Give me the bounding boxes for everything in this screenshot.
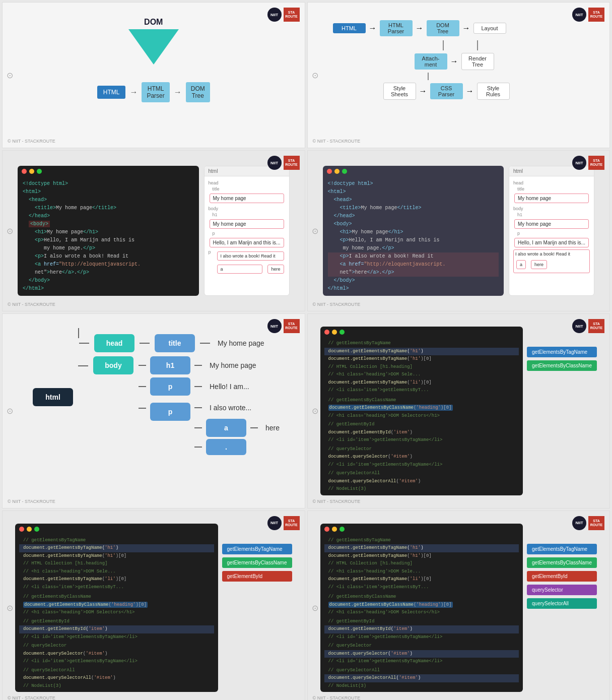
render-tree-node: RenderTree (461, 53, 494, 70)
sc-comment-1: // getElementsByTagName (324, 340, 519, 348)
dot-red-8 (324, 527, 329, 532)
dot-green-1 (37, 169, 42, 174)
sc3-comment-7: // <li id='item'>getElementsByTagName</l… (324, 658, 519, 666)
tree-window-2: html head title My home page body h1 My … (509, 166, 594, 296)
top-flow: HTML → HTMLParser → DOMTree → Layout (333, 20, 585, 36)
html-node-visual: html (33, 388, 73, 406)
sc2-line-1: document.getElementsByTagName('h1') (19, 544, 214, 552)
sta-badge-3: STAROUTE (284, 156, 300, 170)
dc-line-9: my home page.</p> (328, 244, 499, 252)
code-tree-layout-2: <!doctype html> <html> <head> <title>My … (318, 161, 600, 301)
dot-yellow-8 (332, 527, 337, 532)
h1-node-visual: h1 (150, 356, 190, 374)
panel-code-tree-1: NIIT STAROUTE ⊙ <!doctype html> <html> <… (2, 150, 305, 311)
niit-badge-3: NIIT (267, 156, 282, 170)
sta-badge-8: STAROUTE (588, 516, 604, 530)
sc3-comment-r2: // <h1 class='heading'>DOM Sele... (324, 568, 519, 576)
sel-label-getbyid-2[interactable]: getElementById (222, 571, 292, 582)
sc3-line-5: document.getElementById('item') (324, 625, 519, 633)
tree-window-1: html head title My home page body h1 My … (204, 166, 290, 296)
sc3-comment-6: // querySelector (324, 642, 519, 650)
niit-badge-7: NIIT (267, 516, 282, 530)
selectors-code-3: // getElementsByTagName document.getElem… (320, 535, 523, 692)
my-home-page-2: My home page (202, 356, 264, 374)
arrow-2: → (174, 88, 182, 97)
sc-line-1: document.getElementsByTagName('h1') (324, 348, 519, 356)
nav-left-arrow-7[interactable]: ⊙ (7, 603, 13, 612)
also-wrote-row: I also wrote... (194, 399, 287, 417)
bottom-row: StyleSheets → CSSParser → StyleRules (383, 83, 585, 100)
sc2-comment-5: // <li id='item'>getElementsByTagName</l… (19, 633, 214, 642)
dot-green-8 (339, 527, 345, 532)
html-row: html head title My home page (33, 334, 275, 460)
code-line-4: <title>My home page</title> (23, 204, 194, 212)
sel-label-queryselectorall-3[interactable]: querySelectorAll (527, 598, 597, 609)
nav-left-arrow-3[interactable]: ⊙ (7, 226, 13, 236)
watermark-4: © NIIT - STACKROUTE (313, 302, 361, 307)
dot-green-6 (339, 330, 345, 335)
tree-p2-content: I also wrote a book! Read it a here (216, 249, 285, 276)
sel-label-getbyclass-2[interactable]: getElementsByClassName (222, 557, 292, 568)
sc-comment-9: // NodeList(3) (324, 485, 519, 493)
nav-left-arrow[interactable]: ⊙ (7, 71, 13, 80)
vert-line-1 (443, 40, 444, 50)
watermark-1: © NIIT - STACKROUTE (8, 139, 55, 144)
html-node: HTML (97, 86, 126, 99)
code-line-8: <p>Hello, I am Marijn and this is (23, 236, 194, 244)
niit-badge-4: NIIT (572, 156, 586, 170)
tree-p2-row: p I also wrote a book! Read it a here (209, 249, 285, 276)
sc3-line-7: document.querySelectorAll('#item') (324, 674, 519, 682)
a-node-visual: a (206, 419, 246, 437)
nav-left-arrow-6[interactable]: ⊙ (312, 406, 318, 416)
code-line-9: my home page.</p> (23, 244, 194, 252)
selectors-code-2: // getElementsByTagName document.getElem… (15, 535, 218, 692)
body-highlight: <body> (29, 221, 50, 227)
p1-node-visual: p (150, 377, 190, 396)
head-branch: head title My home page (78, 334, 287, 352)
sel-label-getbytag-2[interactable]: getElementsByTagName (222, 544, 292, 554)
watermark-7: © NIIT - STACKROUTE (8, 695, 55, 700)
tree-p1-label: p (213, 231, 285, 236)
nav-left-arrow-4[interactable]: ⊙ (312, 226, 318, 236)
layout-node: Layout (473, 23, 506, 34)
sel-label-getbyclass-3[interactable]: getElementsByClassName (527, 557, 597, 568)
sc2-comment-2: // getElementsByClassName (19, 593, 214, 601)
niit-badge-6: NIIT (572, 319, 586, 333)
arr1: → (369, 24, 377, 33)
dc-line-2: <html> (328, 188, 499, 196)
dc-line-8: <p>Hello, I am Marijn and this is (328, 236, 499, 244)
dot-row: . (194, 439, 287, 455)
dc-line-14: </html> (328, 285, 499, 293)
selectors-code-1: // getElementsByTagName document.getElem… (320, 338, 523, 495)
sel-label-getbyid-3[interactable]: getElementById (527, 571, 597, 582)
niit-badge-8: NIIT (572, 516, 586, 530)
sel-label-queryselector-3[interactable]: querySelector (527, 585, 597, 595)
logo-area: NIIT STAROUTE (267, 8, 300, 22)
tree2-body-label: body (513, 206, 590, 211)
dot-red-1 (22, 169, 27, 174)
p2-children: I also wrote... a here (194, 399, 287, 455)
attachment-row: Attach-ment → RenderTree (415, 53, 585, 70)
window-dots-7 (15, 524, 218, 535)
sel-label-getbyclass-1[interactable]: getElementsByClassName (527, 360, 597, 371)
body-node-visual: body (93, 356, 133, 374)
sel-label-getbytag-3[interactable]: getElementsByTagName (527, 544, 597, 554)
tree-h1-label: h1 (213, 212, 285, 217)
sel-label-getbytag-1[interactable]: getElementsByTagName (527, 347, 597, 357)
niit-badge: NIIT (267, 8, 282, 22)
nav-left-arrow-8[interactable]: ⊙ (312, 603, 318, 612)
arr2: → (416, 24, 424, 33)
dot-yellow-1 (29, 169, 34, 174)
body-children: h1 My home page p Hello! I am... (139, 356, 287, 458)
sc-comment-7: // <li id='item'>getElementsByTagName</l… (324, 461, 519, 469)
vert-connector-2 (428, 73, 585, 80)
sc3-line-1: document.getElementsByTagName('h1') (324, 544, 519, 552)
dom-tree-node: DOMTree (186, 82, 210, 102)
logo-area-3: NIIT STAROUTE (267, 156, 300, 170)
sc3-comment-2: // getElementsByClassName (324, 593, 519, 601)
code-line-14: </html> (23, 285, 194, 293)
watermark-8: © NIIT - STACKROUTE (313, 695, 361, 700)
dc-line-13: </body> (328, 277, 499, 285)
sc2-line-2: document.getElementsByTagName('h1')[0] (19, 552, 214, 560)
sc2-comment-6: // querySelector (19, 642, 214, 650)
